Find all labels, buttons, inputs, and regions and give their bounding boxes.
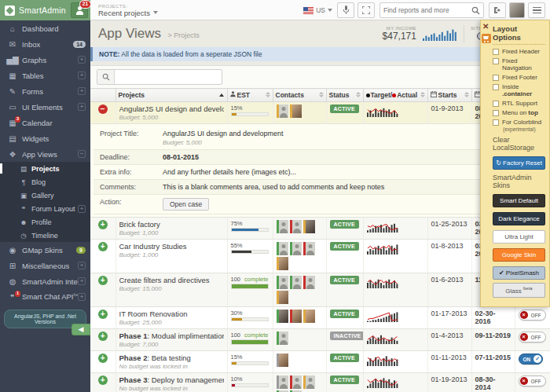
layout-checkbox-for-colorblind[interactable]: For Colorblind [493,119,545,126]
expand-row-icon[interactable]: + [98,354,108,363]
layout-checkbox-fixed-header[interactable]: Fixed Header [493,48,545,55]
contact-avatar[interactable] [277,220,288,233]
language-selector[interactable]: US [303,6,332,14]
skin-button-dark-elegance[interactable]: Dark Elegance [493,212,545,225]
sidebar-item-tables[interactable]: ▦Tables+ [0,68,90,83]
sidebar-item-gallery[interactable]: ▣Gallery [0,189,90,202]
sidebar-item-blog[interactable]: ¶Blog [0,175,90,189]
sidebar-item-forms[interactable]: ✎Forms+ [0,83,90,99]
sidebar-item-miscellaneous[interactable]: ⊞Miscellaneous+ [0,258,90,273]
skin-button-google-skin[interactable]: Google Skin [493,248,545,262]
sidebar-collapse-button[interactable]: ◀ [72,324,90,335]
column-header-projects[interactable]: Projects [116,89,227,102]
sidebar-item-profile[interactable]: ☻Profile [0,215,90,229]
contact-avatar[interactable] [277,291,288,304]
search-icon[interactable] [471,6,480,15]
contact-avatar[interactable] [303,310,315,323]
row-toggle[interactable]: ×OFF [519,332,546,343]
checkbox[interactable] [493,101,499,107]
checkbox[interactable] [493,119,499,126]
row-toggle[interactable]: ×OFF [519,310,546,321]
collapse-row-icon[interactable]: − [98,104,108,114]
factory-reset-button[interactable]: ↻ Factory Reset [493,156,545,170]
sidebar-item-app-views[interactable]: ❖App Views− [0,146,90,162]
fullscreen-button[interactable] [358,2,375,18]
contact-avatar[interactable] [277,354,288,367]
skin-button-pixelsmash[interactable]: ✔ PixelSmash [493,266,545,280]
expand-row-icon[interactable]: + [98,310,108,319]
checkbox[interactable] [493,75,499,81]
sidebar-item-smart-chat-api[interactable]: ❞1Smart Chat APIbeta+ [0,289,90,305]
checkbox[interactable] [493,49,499,55]
contact-avatar[interactable] [303,220,315,233]
contact-avatar[interactable] [290,242,302,255]
expand-toggle-icon[interactable]: + [78,205,86,213]
contact-avatar[interactable] [303,376,315,389]
sidebar-item-smartadmin-intel[interactable]: ◍SmartAdmin Intel+ [0,273,90,289]
layout-checkbox-fixed-navigation[interactable]: Fixed Navigation [493,57,545,71]
sidebar-item-calendar[interactable]: ▦3Calendar [0,115,90,130]
table-search-input[interactable] [115,71,217,83]
project-selector-dropdown[interactable]: PROJECTS: Recent projects [98,4,158,17]
sidebar-item-dashboard[interactable]: ⌂Dashboard [0,20,90,36]
expand-toggle-icon[interactable]: + [78,87,86,95]
table-search-button[interactable] [97,70,115,84]
contact-avatar[interactable] [290,276,302,289]
layout-checkbox-menu-on[interactable]: Menu on top [493,109,545,116]
sidebar-item-widgets[interactable]: ▤Widgets [0,130,90,146]
sidebar-item-forum-layout[interactable]: ❝Forum Layout+ [0,202,90,215]
contact-avatar[interactable] [303,276,315,289]
expand-row-icon[interactable]: + [98,332,108,341]
checkbox[interactable] [493,58,499,64]
column-header-status[interactable]: Status [326,89,363,102]
checkbox[interactable] [493,110,499,116]
layout-checkbox-fixed-footer[interactable]: Fixed Footer [493,74,545,81]
column-header-contacts[interactable]: Contacts [273,89,326,102]
contact-avatar[interactable] [277,310,288,323]
purchase-cart-icon[interactable] [482,34,491,43]
contact-avatar[interactable] [290,220,302,233]
sidebar-item-ui-elements[interactable]: ▭UI Elements+ [0,99,90,115]
skin-button-glass[interactable]: Glass beta [493,283,545,298]
contact-avatar[interactable] [277,276,288,289]
logout-button[interactable] [489,2,506,18]
sidebar-item-timeline[interactable]: ◷Timeline [0,229,90,242]
search-input[interactable] [380,4,468,16]
column-header-est[interactable]: EST [227,89,273,102]
column-header-target[interactable]: Target/Actual [363,89,427,102]
contact-avatar[interactable] [290,310,302,323]
menu-toggle-button[interactable] [528,2,545,18]
user-avatar[interactable] [509,2,525,18]
expand-row-icon[interactable]: + [98,220,108,229]
expand-toggle-icon[interactable]: + [78,277,86,285]
contact-avatar[interactable] [290,104,302,118]
contact-avatar[interactable] [277,257,288,270]
skin-button-ultra-light[interactable]: Ultra Light [493,230,545,244]
sidebar-item-gmap-skins[interactable]: ◉GMap Skins9 [0,242,90,258]
sidebar-item-graphs[interactable]: ▅▇Graphs+ [0,52,90,68]
expand-toggle-icon[interactable]: + [78,71,86,79]
expand-toggle-icon[interactable]: + [78,56,86,64]
voice-command-button[interactable] [337,2,354,18]
expand-toggle-icon[interactable]: + [78,103,86,111]
contact-avatar[interactable] [277,104,288,118]
expand-row-icon[interactable]: + [98,276,108,285]
close-icon[interactable]: ✕ [482,23,491,31]
contact-avatar[interactable] [277,242,288,255]
expand-row-icon[interactable]: + [98,242,108,251]
expand-row-icon[interactable]: + [98,376,108,385]
expand-toggle-icon[interactable]: + [78,262,86,269]
open-case-button[interactable]: Open case [163,198,209,211]
contact-avatar[interactable] [303,242,315,255]
expand-toggle-icon[interactable]: + [78,293,86,301]
contact-avatar[interactable] [277,332,288,345]
expand-toggle-icon[interactable]: − [78,150,86,158]
column-header-starts[interactable]: Starts [427,89,471,102]
sidebar-item-inbox[interactable]: ✉Inbox14 [0,36,90,52]
checkbox[interactable] [493,84,499,90]
row-toggle[interactable]: ON✓ [519,354,544,365]
activity-button[interactable]: 21 [71,2,88,18]
sidebar-item-projects[interactable]: ▤Projects [0,162,90,175]
row-toggle[interactable]: ×OFF [519,376,546,387]
layout-checkbox-rtl-support[interactable]: RTL Support [493,100,545,107]
